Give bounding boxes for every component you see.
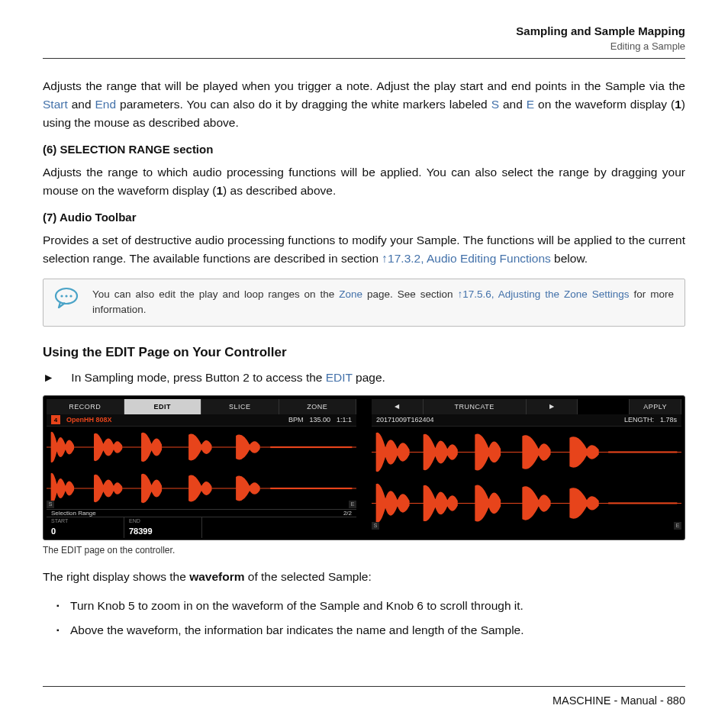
edit-page-ref: EDIT [326, 371, 353, 384]
left-tabs: RECORD EDIT SLICE ZONE [47, 399, 356, 414]
nav-next-button[interactable]: ▶ [527, 399, 578, 414]
length-label: LENGTH: [624, 416, 654, 424]
controller-left-display: RECORD EDIT SLICE ZONE 4 OpenHH 808X BPM… [47, 399, 356, 536]
page-indicator: 2/2 [343, 510, 352, 517]
page-header: Sampling and Sample Mapping Editing a Sa… [43, 24, 685, 59]
left-info-bar: 4 OpenHH 808X BPM 135.00 1:1:1 [47, 414, 356, 427]
end-value-box[interactable]: END 78399 [124, 517, 202, 538]
svg-point-3 [69, 295, 72, 298]
start-marker[interactable]: S [47, 501, 54, 508]
bullet-list: Turn Knob 5 to zoom in on the waveform o… [56, 597, 685, 641]
slot-index: 4 [51, 415, 60, 424]
zone-page-ref: Zone [339, 288, 362, 300]
list-item: Turn Knob 5 to zoom in on the waveform o… [56, 597, 685, 616]
left-waveform[interactable]: S E [47, 427, 356, 509]
bpm-value: 135.00 [309, 416, 330, 424]
link-audio-editing-functions[interactable]: ↑17.3.2, Audio Editing Functions [382, 252, 550, 265]
section-7-body: Provides a set of destructive audio proc… [43, 231, 685, 268]
paragraph-right-display: The right display shows the waveform of … [43, 568, 685, 586]
end-marker[interactable]: E [349, 501, 356, 508]
svg-rect-10 [608, 451, 677, 453]
end-param: End [95, 98, 116, 111]
sample-name: OpenHH 808X [66, 416, 112, 424]
right-info-bar: 20171009T162404 LENGTH: 1.78s [372, 414, 681, 427]
right-waveform[interactable]: S E [372, 427, 681, 530]
tab-zone[interactable]: ZONE [279, 399, 357, 414]
start-param: Start [43, 98, 68, 111]
selection-range-label: Selection Range [51, 510, 96, 517]
tab-slice[interactable]: SLICE [201, 399, 279, 414]
heading-using-edit-page: Using the EDIT Page on Your Controller [43, 345, 685, 360]
left-bottom-bar: Selection Range 2/2 START 0 END 78399 [47, 509, 356, 536]
section-6-body: Adjusts the range to which audio process… [43, 163, 685, 200]
svg-rect-6 [270, 446, 352, 448]
svg-rect-11 [608, 502, 677, 504]
timestamp-label: 20171009T162404 [376, 416, 434, 424]
svg-point-2 [65, 295, 67, 298]
apply-button[interactable]: APPLY [630, 399, 681, 414]
length-value: 1.78s [660, 416, 677, 424]
controller-right-display: ◀ TRUNCATE ▶ APPLY 20171009T162404 LENGT… [372, 399, 681, 536]
step-1: ► In Sampling mode, press Button 2 to ac… [43, 371, 685, 385]
bars-value: 1:1:1 [337, 416, 352, 424]
start-marker-right[interactable]: S [372, 522, 379, 530]
paragraph-play-range: Adjusts the range that will be played wh… [43, 77, 685, 132]
page-footer: MASCHINE - Manual - 880 [43, 686, 685, 707]
list-item: Above the waveform, the information bar … [56, 621, 685, 640]
header-subtitle: Editing a Sample [43, 40, 685, 52]
end-marker-right[interactable]: E [674, 522, 681, 530]
controller-figure: RECORD EDIT SLICE ZONE 4 OpenHH 808X BPM… [43, 395, 685, 540]
header-title: Sampling and Sample Mapping [43, 24, 685, 37]
link-zone-settings[interactable]: ↑17.5.6, Adjusting the Zone Settings [458, 288, 630, 300]
bpm-label: BPM [288, 416, 304, 424]
e-marker-ref: E [527, 98, 534, 111]
tab-record[interactable]: RECORD [47, 399, 124, 414]
svg-point-1 [60, 295, 63, 298]
right-tabs: ◀ TRUNCATE ▶ APPLY [372, 399, 681, 414]
tab-edit[interactable]: EDIT [124, 399, 202, 414]
info-callout: You can also edit the play and loop rang… [43, 279, 685, 327]
figure-caption: The EDIT page on the controller. [43, 545, 685, 556]
step-arrow-icon: ► [43, 371, 54, 385]
speech-bubble-icon [54, 287, 80, 308]
function-label: TRUNCATE [424, 399, 527, 414]
nav-prev-button[interactable]: ◀ [372, 399, 424, 414]
section-7-heading: (7) Audio Toolbar [43, 211, 685, 224]
s-marker-ref: S [491, 98, 499, 111]
start-value-box[interactable]: START 0 [47, 517, 124, 538]
section-6-heading: (6) SELECTION RANGE section [43, 143, 685, 156]
svg-rect-7 [270, 488, 352, 489]
